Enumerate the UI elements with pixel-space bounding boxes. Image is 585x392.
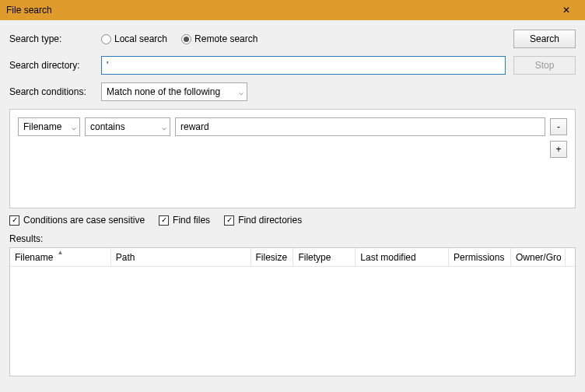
content-area: Search type: Local search Remote search … (0, 20, 585, 383)
label-search-directory: Search directory: (9, 60, 101, 71)
checkbox-case-sensitive[interactable]: ✓ Conditions are case sensitive (9, 215, 145, 226)
radio-icon (101, 34, 111, 44)
checkbox-find-files[interactable]: ✓ Find files (159, 215, 210, 226)
column-header-filesize[interactable]: Filesize (251, 248, 294, 267)
checkbox-icon: ✓ (9, 215, 19, 226)
results-body[interactable] (10, 267, 575, 376)
remove-condition-button[interactable]: - (550, 118, 567, 135)
row-search-type: Search type: Local search Remote search … (9, 30, 576, 48)
chevron-down-icon: ⌵ (162, 123, 166, 131)
radio-icon (181, 34, 191, 44)
search-directory-input[interactable] (101, 56, 506, 75)
add-condition-button[interactable]: + (550, 141, 567, 158)
title-bar: File search ✕ (0, 0, 585, 20)
column-header-owner-group[interactable]: Owner/Gro (511, 248, 566, 267)
column-header-path[interactable]: Path (111, 248, 251, 267)
condition-value-input[interactable] (175, 117, 545, 136)
checkbox-icon: ✓ (224, 215, 234, 226)
radio-local-search[interactable]: Local search (101, 33, 167, 44)
results-header: ▲ Filename Path Filesize Filetype Last m… (10, 248, 575, 267)
window-title: File search (6, 5, 551, 16)
search-button[interactable]: Search (513, 30, 576, 48)
checkbox-find-files-label: Find files (173, 215, 210, 226)
radio-local-label: Local search (114, 33, 167, 44)
stop-button[interactable]: Stop (513, 56, 576, 75)
radio-remote-label: Remote search (194, 33, 257, 44)
condition-field-select[interactable]: Filename ⌵ (18, 117, 80, 136)
radio-remote-search[interactable]: Remote search (181, 33, 257, 44)
checkbox-case-sensitive-label: Conditions are case sensitive (23, 215, 145, 226)
condition-operator-value: contains (90, 121, 125, 132)
label-search-type: Search type: (9, 33, 101, 44)
condition-mode-value: Match none of the following (107, 86, 220, 97)
column-header-spacer (566, 248, 575, 267)
column-header-permissions[interactable]: Permissions (449, 248, 511, 267)
close-icon: ✕ (562, 5, 570, 16)
column-header-last-modified[interactable]: Last modified (356, 248, 449, 267)
conditions-panel: Filename ⌵ contains ⌵ - + (9, 109, 576, 208)
radio-selected-dot (184, 37, 189, 42)
column-header-filetype[interactable]: Filetype (293, 248, 356, 267)
row-search-directory: Search directory: Stop (9, 56, 576, 75)
condition-field-value: Filename (23, 121, 61, 132)
label-results: Results: (9, 233, 576, 244)
sort-ascending-icon: ▲ (57, 249, 63, 256)
condition-row: Filename ⌵ contains ⌵ - (18, 117, 567, 136)
chevron-down-icon: ⌵ (239, 88, 243, 96)
search-type-radio-group: Local search Remote search (101, 33, 506, 44)
checkbox-find-directories-label: Find directories (238, 215, 302, 226)
column-header-filename[interactable]: ▲ Filename (10, 248, 111, 267)
checkbox-find-directories[interactable]: ✓ Find directories (224, 215, 302, 226)
checkbox-icon: ✓ (159, 215, 169, 226)
row-search-conditions: Search conditions: Match none of the fol… (9, 82, 576, 101)
close-button[interactable]: ✕ (551, 2, 582, 19)
results-panel: ▲ Filename Path Filesize Filetype Last m… (9, 247, 576, 376)
chevron-down-icon: ⌵ (72, 123, 76, 131)
condition-operator-select[interactable]: contains ⌵ (85, 117, 170, 136)
label-search-conditions: Search conditions: (9, 86, 101, 97)
checkbox-row: ✓ Conditions are case sensitive ✓ Find f… (9, 215, 576, 226)
condition-mode-select[interactable]: Match none of the following ⌵ (101, 82, 247, 101)
